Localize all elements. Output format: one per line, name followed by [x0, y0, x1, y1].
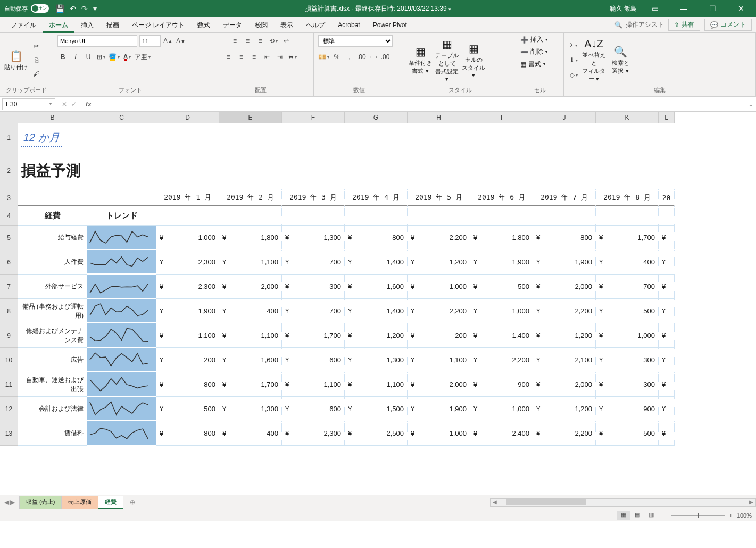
column-headers[interactable]: BCDEFGHIJKL — [18, 112, 675, 123]
row-header-8[interactable]: 8 — [0, 299, 18, 323]
cell[interactable] — [470, 123, 533, 152]
row-label[interactable]: 賃借料 — [18, 421, 87, 446]
value-cell[interactable]: ¥2,000 — [533, 275, 596, 299]
align-right-icon[interactable]: ≡ — [249, 51, 260, 63]
column-header-K[interactable]: K — [596, 112, 659, 123]
row-header-12[interactable]: 12 — [0, 397, 18, 421]
month-header[interactable]: 2019 年 3 月 — [282, 189, 345, 206]
value-cell[interactable]: ¥900 — [470, 372, 533, 397]
sheet-tab[interactable]: 収益 (売上) — [19, 496, 62, 509]
row-header-10[interactable]: 10 — [0, 348, 18, 372]
value-cell[interactable]: ¥1,600 — [345, 275, 408, 299]
cell[interactable] — [533, 123, 596, 152]
value-cell[interactable]: ¥400 — [219, 299, 282, 323]
month-header[interactable]: 2019 年 7 月 — [533, 189, 596, 206]
month-header[interactable]: 2019 年 2 月 — [219, 189, 282, 206]
zoom-level[interactable]: 100% — [737, 512, 752, 519]
sparkline-cell[interactable] — [87, 372, 156, 397]
value-cell[interactable]: ¥1,000 — [596, 323, 659, 348]
tab-powerpivot[interactable]: Power Pivot — [367, 17, 413, 33]
value-cell[interactable]: ¥600 — [282, 348, 345, 372]
find-select-button[interactable]: 🔍検索と 選択 ▾ — [609, 44, 632, 76]
value-cell[interactable]: ¥ — [659, 226, 675, 250]
value-cell[interactable]: ¥400 — [219, 421, 282, 446]
cell[interactable] — [408, 206, 470, 226]
value-cell[interactable]: ¥2,200 — [470, 348, 533, 372]
value-cell[interactable]: ¥ — [659, 397, 675, 421]
align-bottom-icon[interactable]: ≡ — [255, 35, 266, 47]
increase-font-icon[interactable]: A▲ — [163, 35, 173, 47]
row-label[interactable]: 自動車、運送および出張 — [18, 372, 87, 397]
copy-icon[interactable]: ⎘ — [31, 54, 41, 66]
value-cell[interactable]: ¥1,000 — [408, 421, 470, 446]
month-header[interactable]: 2019 年 8 月 — [596, 189, 659, 206]
cells-area[interactable]: 12 か月損益予測2019 年 1 月2019 年 2 月2019 年 3 月2… — [18, 123, 675, 446]
row-label[interactable]: 人件費 — [18, 250, 87, 275]
wrap-text-icon[interactable]: ↩ — [281, 35, 292, 47]
value-cell[interactable]: ¥2,000 — [219, 275, 282, 299]
tab-review[interactable]: 校閲 — [248, 17, 274, 33]
month-header[interactable]: 20 — [659, 189, 675, 206]
conditional-format-button[interactable]: ▦条件付き 書式 ▾ — [409, 44, 432, 76]
redo-icon[interactable]: ↷ — [81, 4, 88, 13]
autosum-icon[interactable]: Σ — [568, 39, 579, 51]
value-cell[interactable]: ¥800 — [156, 421, 219, 446]
value-cell[interactable]: ¥2,200 — [533, 421, 596, 446]
decrease-font-icon[interactable]: A▼ — [176, 35, 186, 47]
tab-data[interactable]: データ — [217, 17, 248, 33]
value-cell[interactable]: ¥1,500 — [345, 397, 408, 421]
user-name[interactable]: 範久 飯島 — [610, 4, 637, 13]
cell[interactable] — [282, 123, 345, 152]
value-cell[interactable]: ¥1,900 — [533, 250, 596, 275]
cell[interactable] — [87, 189, 156, 206]
column-header-H[interactable]: H — [408, 112, 470, 123]
value-cell[interactable]: ¥800 — [533, 226, 596, 250]
format-as-table-button[interactable]: ▦テーブルとして 書式設定 ▾ — [435, 44, 459, 76]
tab-file[interactable]: ファイル — [4, 17, 43, 33]
format-cells-button[interactable]: ▦書式▾ — [520, 60, 545, 69]
zoom-slider[interactable] — [671, 515, 725, 516]
tab-acrobat[interactable]: Acrobat — [331, 17, 366, 33]
insert-cells-button[interactable]: ➕挿入▾ — [520, 35, 547, 44]
value-cell[interactable]: ¥ — [659, 250, 675, 275]
column-header-L[interactable]: L — [659, 112, 675, 123]
row-header-6[interactable]: 6 — [0, 250, 18, 275]
cell[interactable] — [219, 123, 282, 152]
value-cell[interactable]: ¥700 — [596, 275, 659, 299]
value-cell[interactable]: ¥500 — [596, 421, 659, 446]
orientation-icon[interactable]: ⟲ — [268, 35, 279, 47]
cell[interactable] — [87, 123, 156, 152]
sheet-nav-next-icon[interactable]: ▶ — [10, 499, 15, 506]
scroll-thumb[interactable] — [506, 499, 586, 505]
cell[interactable] — [470, 152, 533, 189]
sparkline-cell[interactable] — [87, 226, 156, 250]
fx-icon[interactable]: fx — [81, 101, 96, 108]
value-cell[interactable]: ¥ — [659, 372, 675, 397]
row-header-13[interactable]: 13 — [0, 421, 18, 446]
cell[interactable] — [659, 152, 675, 189]
cell[interactable] — [156, 206, 219, 226]
cell[interactable] — [87, 152, 156, 189]
value-cell[interactable]: ¥600 — [282, 397, 345, 421]
value-cell[interactable]: ¥1,900 — [408, 397, 470, 421]
increase-decimal-icon[interactable]: .00→ — [357, 51, 372, 63]
row-header-1[interactable]: 1 — [0, 123, 18, 152]
sparkline-cell[interactable] — [87, 323, 156, 348]
select-all-corner[interactable] — [0, 112, 18, 123]
cell[interactable] — [533, 152, 596, 189]
value-cell[interactable]: ¥300 — [282, 275, 345, 299]
value-cell[interactable]: ¥1,700 — [282, 323, 345, 348]
value-cell[interactable]: ¥1,900 — [470, 250, 533, 275]
percent-icon[interactable]: % — [331, 51, 342, 63]
name-box[interactable]: E30▾ — [2, 98, 55, 110]
row-header-7[interactable]: 7 — [0, 275, 18, 299]
italic-button[interactable]: I — [70, 51, 81, 63]
column-header-D[interactable]: D — [156, 112, 219, 123]
value-cell[interactable]: ¥2,500 — [345, 421, 408, 446]
page-break-view-icon[interactable]: ▥ — [645, 511, 658, 520]
sparkline-cell[interactable] — [87, 348, 156, 372]
value-cell[interactable]: ¥1,100 — [282, 372, 345, 397]
maximize-icon[interactable]: ☐ — [702, 4, 723, 13]
value-cell[interactable]: ¥1,300 — [282, 226, 345, 250]
value-cell[interactable]: ¥300 — [596, 372, 659, 397]
